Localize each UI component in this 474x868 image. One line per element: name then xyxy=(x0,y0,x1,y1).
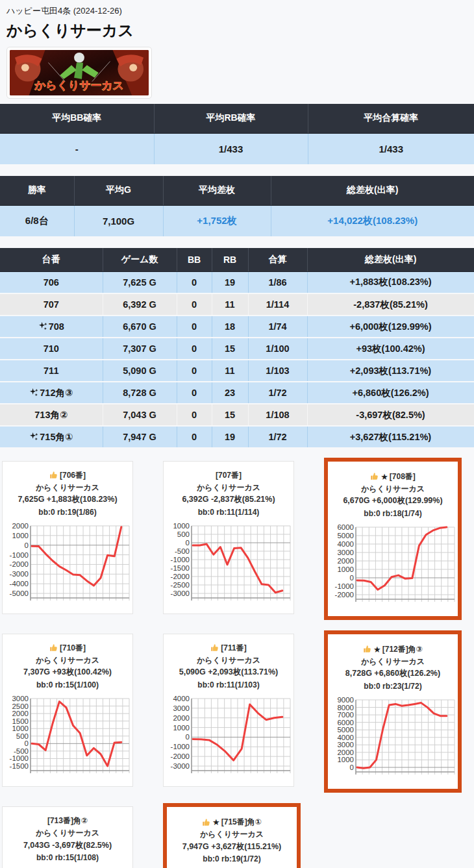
probability-value-cell: 1/433 xyxy=(154,133,308,164)
bb-cell: 0 xyxy=(177,293,212,316)
machine-chart-card[interactable]: [707番]からくりサーカス6,392G -2,837枚(85.21%)bb:0… xyxy=(163,461,294,614)
machine-chart-card[interactable]: ★[708番]からくりサーカス6,670G +6,000枚(129.99%)bb… xyxy=(324,458,462,620)
gassan-cell: 1/86 xyxy=(248,271,307,293)
games-cell: 8,728 G xyxy=(103,382,177,404)
results-summary-table: 勝率平均G平均差枚総差枚(出率) 6/8台7,100G+1,752枚+14,02… xyxy=(0,176,474,236)
machine-data-table: 台番ゲーム数BBRB合算総差枚(出率) 7067,625 G0191/86+1,… xyxy=(0,248,474,449)
svg-text:からくりサーカス: からくりサーカス xyxy=(34,79,123,92)
svg-text:500: 500 xyxy=(16,732,28,740)
chart-stats-line: 6,392G -2,837枚(85.21%) xyxy=(164,493,293,506)
games-cell: 7,625 G xyxy=(103,271,177,293)
chart-model-name: からくりサーカス xyxy=(3,654,132,667)
svg-text:4000: 4000 xyxy=(173,696,190,702)
star-icon: ★ xyxy=(380,473,388,481)
slump-graph: 300025002000150010005000-500-1000-1500 xyxy=(5,696,131,775)
total-payout-cell: +6,860枚(126.2%) xyxy=(307,382,474,404)
bb-cell: 0 xyxy=(177,360,212,382)
machine-chart-card[interactable]: ★[715番]角①からくりサーカス7,947G +3,627枚(115.21%)… xyxy=(163,803,301,868)
game-banner-art: からくりサーカス xyxy=(10,50,149,95)
svg-text:500: 500 xyxy=(177,530,189,538)
chart-machine-number: [711番] xyxy=(221,642,246,654)
chart-stats-line: 5,090G +2,093枚(113.71%) xyxy=(164,666,293,678)
svg-text:-2000: -2000 xyxy=(334,591,353,599)
svg-text:-1000: -1000 xyxy=(334,582,353,590)
chart-model-name: からくりサーカス xyxy=(167,828,297,841)
svg-text:-1000: -1000 xyxy=(170,743,189,751)
games-cell: 7,947 G xyxy=(103,426,177,448)
sparkles-icon xyxy=(38,321,48,331)
probability-header-cell: 平均RB確率 xyxy=(154,104,308,133)
svg-text:1500: 1500 xyxy=(12,717,29,725)
machine-chart-card[interactable]: [710番]からくりサーカス7,307G +93枚(100.42%)bb:0 r… xyxy=(2,634,133,787)
svg-text:3000: 3000 xyxy=(12,696,29,702)
chart-model-name: からくりサーカス xyxy=(328,656,458,668)
machine-chart-card[interactable]: [706番]からくりサーカス7,625G +1,883枚(108.23%)bb:… xyxy=(2,461,133,614)
machine-row: 7086,670 G0181/74+6,000枚(129.99%) xyxy=(0,316,474,338)
chart-plot-wrap: 6000500040003000200010000-1000 xyxy=(167,865,297,868)
svg-text:-2000: -2000 xyxy=(9,561,28,569)
svg-text:2000: 2000 xyxy=(337,557,354,565)
machine-row: 7067,625 G0191/86+1,883枚(108.23%) xyxy=(0,271,474,293)
machine-table-header-cell: 総差枚(出率) xyxy=(307,248,474,271)
total-payout-cell: +3,627枚(115.21%) xyxy=(307,426,474,448)
chart-bonus-line: bb:0 rb:19(1/86) xyxy=(3,506,132,519)
machine-chart-card[interactable]: [711番]からくりサーカス5,090G +2,093枚(113.71%)bb:… xyxy=(163,634,294,787)
svg-text:2000: 2000 xyxy=(12,710,29,717)
chart-machine-number: [707番] xyxy=(216,469,242,482)
chart-machine-number: [715番]角① xyxy=(221,816,262,828)
slump-graph-grid: [706番]からくりサーカス7,625G +1,883枚(108.23%)bb:… xyxy=(0,449,474,868)
chart-plot-wrap: 40003000200010000-1000-2000-3000 xyxy=(164,691,293,777)
chart-stats-line: 8,728G +6,860枚(126.2%) xyxy=(328,667,458,680)
machine-number-cell: 715角① xyxy=(0,426,103,448)
chart-title-block: ★[715番]角①からくりサーカス7,947G +3,627枚(115.21%)… xyxy=(167,816,297,865)
svg-text:0: 0 xyxy=(24,740,28,748)
svg-text:-1500: -1500 xyxy=(9,762,28,770)
svg-text:-1000: -1000 xyxy=(170,556,189,564)
machine-row: 7076,392 G0111/114-2,837枚(85.21%) xyxy=(0,293,474,316)
chart-plot-wrap: 300025002000150010005000-500-1000-1500 xyxy=(3,691,132,777)
machine-number-cell: 706 xyxy=(0,271,103,293)
games-cell: 6,392 G xyxy=(103,293,177,316)
probability-header-cell: 平均BB確率 xyxy=(0,104,154,133)
svg-text:-5000: -5000 xyxy=(9,589,28,597)
machine-chart-card[interactable]: ★[712番]角③からくりサーカス8,728G +6,860枚(126.2%)b… xyxy=(324,630,462,793)
machine-number-cell: 708 xyxy=(0,316,103,338)
hall-and-date: ハッピー屯田4条 (2024-12-26) xyxy=(6,5,468,17)
gassan-cell: 1/103 xyxy=(248,360,307,382)
machine-table-header-cell: 合算 xyxy=(248,248,307,271)
svg-text:4000: 4000 xyxy=(337,540,354,548)
total-payout-cell: +2,093枚(113.71%) xyxy=(307,360,474,382)
results-header-cell: 勝率 xyxy=(0,176,74,205)
svg-text:2000: 2000 xyxy=(173,714,190,722)
svg-text:0: 0 xyxy=(185,734,189,741)
machine-number-cell: 711 xyxy=(0,360,103,382)
slump-graph: 10005000-500-1000-1500-2000-2500-3000 xyxy=(166,523,292,602)
svg-text:0: 0 xyxy=(24,541,28,549)
total-payout-cell: +93枚(100.42%) xyxy=(307,338,474,360)
machine-chart-card[interactable]: [713番]角②からくりサーカス7,043G -3,697枚(82.5%)bb:… xyxy=(2,806,133,868)
thumbs-up-icon xyxy=(202,818,211,827)
chart-model-name: からくりサーカス xyxy=(328,483,458,495)
games-cell: 6,670 G xyxy=(103,316,177,338)
chart-title-block: [707番]からくりサーカス6,392G -2,837枚(85.21%)bb:0… xyxy=(164,469,293,518)
bb-cell: 0 xyxy=(177,316,212,338)
gassan-cell: 1/72 xyxy=(248,382,307,404)
thumbs-up-icon xyxy=(49,643,58,652)
game-banner[interactable]: からくりサーカス xyxy=(6,47,152,99)
results-header-cell: 総差枚(出率) xyxy=(271,176,474,205)
chart-machine-label-line: [707番] xyxy=(164,469,293,482)
svg-text:-2000: -2000 xyxy=(170,752,189,760)
svg-text:3000: 3000 xyxy=(337,741,354,749)
chart-model-name: からくりサーカス xyxy=(164,654,293,667)
thumbs-up-icon xyxy=(210,643,219,652)
rb-cell: 18 xyxy=(212,316,248,338)
chart-model-name: からくりサーカス xyxy=(3,482,132,494)
results-value-cell: +1,752枚 xyxy=(163,205,271,236)
machine-row: 713角②7,043 G0151/108-3,697枚(82.5%) xyxy=(0,404,474,426)
svg-text:-4000: -4000 xyxy=(9,580,28,588)
games-cell: 7,307 G xyxy=(103,338,177,360)
thumbs-up-icon xyxy=(49,471,58,480)
chart-bonus-line: bb:0 rb:11(1/103) xyxy=(164,679,293,691)
svg-text:2000: 2000 xyxy=(12,523,29,530)
chart-bonus-line: bb:0 rb:11(1/114) xyxy=(164,506,293,519)
